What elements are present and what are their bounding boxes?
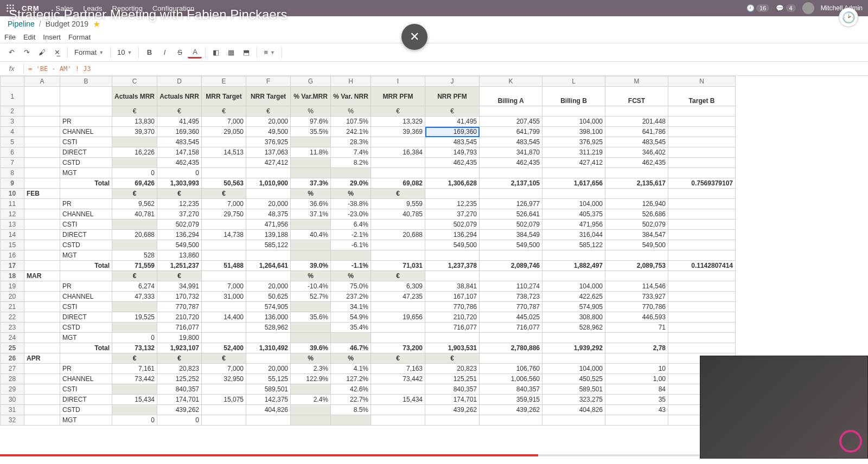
cell-I5[interactable] xyxy=(371,137,425,147)
cell-F15[interactable]: 585,122 xyxy=(246,240,291,250)
cell-B10[interactable] xyxy=(60,189,112,199)
cell-M27[interactable]: 10 xyxy=(605,364,668,374)
cell-A6[interactable] xyxy=(24,147,60,158)
cell-C10[interactable]: € xyxy=(112,189,157,199)
cell-H10[interactable]: % xyxy=(331,189,371,199)
cell-A2[interactable] xyxy=(24,106,60,117)
cell-E27[interactable]: 7,000 xyxy=(202,364,246,374)
cell-M31[interactable]: 43 xyxy=(605,405,668,415)
cell-H8[interactable] xyxy=(331,168,371,178)
cell-A19[interactable] xyxy=(24,281,60,292)
cell-N16[interactable] xyxy=(668,250,736,261)
row-header[interactable]: 26 xyxy=(1,353,24,364)
cell-G14[interactable]: 40.4% xyxy=(291,230,331,240)
cell-A1[interactable] xyxy=(24,87,60,106)
cell-D26[interactable]: € xyxy=(157,353,202,364)
cell-N17[interactable]: 0.1142807414 xyxy=(668,261,736,271)
cell-J12[interactable]: 37,270 xyxy=(425,209,480,220)
cell-G32[interactable] xyxy=(291,415,331,426)
cell-B8[interactable]: MGT xyxy=(60,168,112,178)
star-icon[interactable]: ★ xyxy=(93,19,100,29)
cell-L23[interactable]: 528,962 xyxy=(542,323,605,333)
cell-M17[interactable]: 2,089,753 xyxy=(605,261,668,271)
cell-B9[interactable]: Total xyxy=(60,178,112,189)
cell-M18[interactable] xyxy=(605,271,668,281)
cell-E20[interactable]: 31,000 xyxy=(202,292,246,302)
cell-G24[interactable] xyxy=(291,333,331,343)
cell-K12[interactable]: 526,641 xyxy=(480,209,542,220)
cell-M26[interactable] xyxy=(605,353,668,364)
cell-D5[interactable]: 483,545 xyxy=(157,137,202,147)
cell-J21[interactable]: 770,786 xyxy=(425,302,480,312)
cell-I26[interactable]: € xyxy=(371,353,425,364)
cell-H9[interactable]: 29.0% xyxy=(331,178,371,189)
cell-L3[interactable]: 104,000 xyxy=(542,117,605,127)
cell-L5[interactable]: 376,925 xyxy=(542,137,605,147)
bold-button[interactable]: B xyxy=(142,46,156,60)
paint-format-button[interactable]: 🖌 xyxy=(35,46,49,60)
cell-M16[interactable] xyxy=(605,250,668,261)
cell-G20[interactable]: 52.7% xyxy=(291,292,331,302)
row-header[interactable]: 3 xyxy=(1,117,24,127)
cell-A24[interactable] xyxy=(24,333,60,343)
cell-N20[interactable] xyxy=(668,292,736,302)
cell-C9[interactable]: 69,426 xyxy=(112,178,157,189)
cell-G23[interactable] xyxy=(291,323,331,333)
cell-D31[interactable]: 439,262 xyxy=(157,405,202,415)
cell-I16[interactable] xyxy=(371,250,425,261)
cell-F20[interactable]: 50,625 xyxy=(246,292,291,302)
row-header[interactable]: 4 xyxy=(1,127,24,137)
cell-M30[interactable]: 35 xyxy=(605,395,668,405)
cell-A20[interactable] xyxy=(24,292,60,302)
cell-D21[interactable]: 770,787 xyxy=(157,302,202,312)
cell-N7[interactable] xyxy=(668,158,736,168)
cell-I31[interactable] xyxy=(371,405,425,415)
cell-H28[interactable]: 127.2% xyxy=(331,374,371,384)
cell-N24[interactable] xyxy=(668,333,736,343)
cell-I21[interactable] xyxy=(371,302,425,312)
cell-B22[interactable]: DIRECT xyxy=(60,312,112,323)
col-header-F[interactable]: F xyxy=(246,76,291,87)
messages-badge[interactable]: 💬 4 xyxy=(776,4,795,12)
cell-E21[interactable] xyxy=(202,302,246,312)
cell-A12[interactable] xyxy=(24,209,60,220)
cell-A8[interactable] xyxy=(24,168,60,178)
cell-F29[interactable]: 589,501 xyxy=(246,384,291,395)
cell-H32[interactable] xyxy=(331,415,371,426)
cell-C26[interactable]: € xyxy=(112,353,157,364)
cell-C4[interactable]: 39,370 xyxy=(112,127,157,137)
cell-D12[interactable]: 37,270 xyxy=(157,209,202,220)
cell-A25[interactable] xyxy=(24,343,60,353)
cell-D6[interactable]: 147,158 xyxy=(157,147,202,158)
cell-D11[interactable]: 12,235 xyxy=(157,199,202,209)
cell-I8[interactable] xyxy=(371,168,425,178)
col-header-A[interactable]: A xyxy=(24,76,60,87)
cell-K6[interactable]: 341,870 xyxy=(480,147,542,158)
row-header[interactable]: 6 xyxy=(1,147,24,158)
cell-J29[interactable]: 840,357 xyxy=(425,384,480,395)
nav-sales[interactable]: Sales xyxy=(56,4,74,12)
cell-K11[interactable]: 126,977 xyxy=(480,199,542,209)
cell-L9[interactable]: 1,617,656 xyxy=(542,178,605,189)
cell-K30[interactable]: 359,915 xyxy=(480,395,542,405)
cell-F32[interactable] xyxy=(246,415,291,426)
cell-E13[interactable] xyxy=(202,220,246,230)
cell-I6[interactable]: 16,384 xyxy=(371,147,425,158)
borders-button[interactable]: ▦ xyxy=(224,46,238,60)
cell-J2[interactable]: € xyxy=(425,106,480,117)
cell-D8[interactable]: 0 xyxy=(157,168,202,178)
cell-F12[interactable]: 48,375 xyxy=(246,209,291,220)
cell-B14[interactable]: DIRECT xyxy=(60,230,112,240)
row-header[interactable]: 10 xyxy=(1,189,24,199)
cell-L16[interactable] xyxy=(542,250,605,261)
cell-B1[interactable] xyxy=(60,87,112,106)
row-header[interactable]: 27 xyxy=(1,364,24,374)
cell-M28[interactable]: 1,00 xyxy=(605,374,668,384)
cell-N11[interactable] xyxy=(668,199,736,209)
italic-button[interactable]: I xyxy=(157,46,171,60)
cell-E11[interactable]: 7,000 xyxy=(202,199,246,209)
cell-L32[interactable] xyxy=(542,415,605,426)
nav-configuration[interactable]: Configuration xyxy=(152,4,194,12)
row-header[interactable]: 16 xyxy=(1,250,24,261)
cell-B28[interactable]: CHANNEL xyxy=(60,374,112,384)
